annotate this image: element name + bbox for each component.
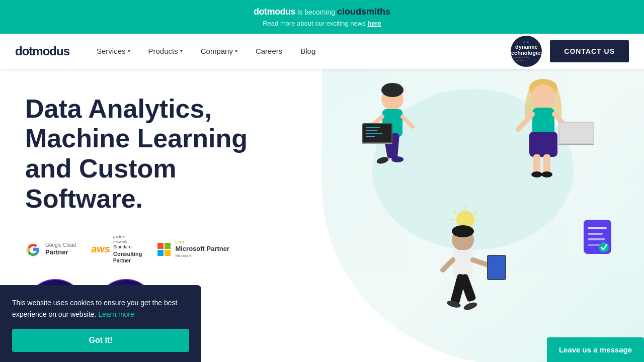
- svg-point-23: [531, 84, 555, 109]
- brand-dotmodus: dotmodus: [254, 7, 295, 17]
- svg-line-50: [473, 260, 488, 265]
- nav-services[interactable]: Services ▾: [90, 43, 137, 59]
- nav-right: dth dynamic technologies powered by peop…: [511, 36, 629, 67]
- svg-rect-56: [588, 233, 603, 235]
- svg-rect-52: [488, 256, 505, 279]
- cookie-learn-more[interactable]: Learn more: [98, 310, 134, 318]
- svg-rect-58: [588, 244, 600, 246]
- chevron-down-icon: ▾: [235, 48, 237, 54]
- nav-careers[interactable]: Careers: [249, 43, 289, 59]
- chevron-down-icon: ▾: [180, 48, 183, 54]
- svg-rect-1: [157, 243, 164, 249]
- svg-point-59: [599, 242, 609, 252]
- microsoft-partner-badge: Gold Microsoft Partner Microsoft: [157, 240, 229, 259]
- svg-rect-2: [165, 243, 171, 249]
- svg-rect-55: [588, 227, 607, 229]
- svg-rect-4: [165, 250, 171, 256]
- svg-rect-3: [157, 250, 164, 256]
- svg-rect-57: [588, 238, 605, 240]
- nav-company[interactable]: Company ▾: [194, 43, 245, 59]
- partners-row: Google Cloud Partner aws partner network…: [25, 234, 297, 264]
- logo[interactable]: dotmodus: [15, 44, 69, 58]
- nav-products[interactable]: Products ▾: [141, 43, 190, 59]
- navbar: dotmodus Services ▾ Products ▾ Company ▾…: [0, 34, 644, 69]
- contact-button[interactable]: CONTACT US: [550, 40, 629, 62]
- cookie-message: This website uses cookies to ensure you …: [12, 297, 189, 320]
- svg-point-29: [541, 171, 552, 177]
- leave-message-button[interactable]: Leave us a message: [547, 337, 644, 362]
- svg-line-53: [443, 260, 453, 270]
- brand-cloudsmiths: cloudsmiths: [337, 7, 390, 17]
- svg-rect-25: [529, 132, 557, 157]
- hero-illustration: [322, 69, 644, 363]
- nav-blog[interactable]: Blog: [293, 43, 323, 59]
- hero-title: Data Analytics, Machine Learning and Cus…: [25, 94, 297, 214]
- got-it-button[interactable]: Got it!: [12, 329, 189, 352]
- top-banner: dotmodus is becoming cloudsmiths Read mo…: [0, 0, 644, 34]
- svg-rect-45: [453, 250, 473, 278]
- banner-link[interactable]: here: [367, 20, 381, 27]
- svg-point-44: [452, 225, 474, 237]
- chevron-down-icon: ▾: [128, 48, 130, 54]
- svg-point-28: [531, 171, 542, 177]
- cookie-banner: This website uses cookies to ensure you …: [0, 285, 201, 362]
- svg-point-7: [381, 83, 404, 97]
- svg-point-12: [391, 156, 404, 162]
- banner-subtitle: Read more about our exciting news here: [10, 19, 634, 29]
- google-partner-badge: Google Cloud Partner: [25, 241, 76, 257]
- dth-logo: dth dynamic technologies powered by peop…: [511, 36, 542, 67]
- becoming-text: is becoming: [297, 8, 337, 16]
- aws-partner-badge: aws partner network Standard Consulting …: [91, 234, 142, 264]
- svg-rect-33: [559, 123, 593, 143]
- nav-links: Services ▾ Products ▾ Company ▾ Careers …: [90, 43, 511, 59]
- svg-point-48: [463, 301, 478, 311]
